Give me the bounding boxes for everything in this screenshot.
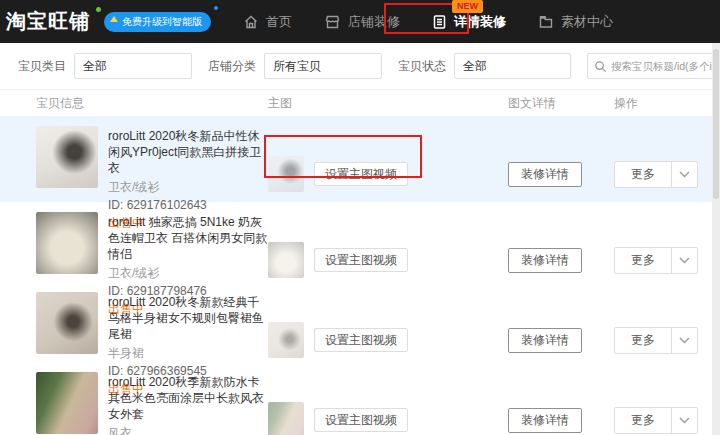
app-logo: 淘宝旺铺 xyxy=(6,8,90,35)
product-thumbnail[interactable] xyxy=(36,126,98,188)
product-thumbnail[interactable] xyxy=(36,372,98,434)
product-category: 卫衣/绒衫 xyxy=(108,265,268,282)
filter-shop-category: 店铺分类 xyxy=(208,53,382,79)
table-header: 宝贝信息 主图 图文详情 操作 xyxy=(0,90,720,116)
status-label: 宝贝状态 xyxy=(398,58,446,75)
status-select[interactable] xyxy=(454,53,571,79)
more-dropdown-toggle[interactable] xyxy=(671,162,697,187)
nav-items: 首页 店铺装修 详情装修 素材中心 xyxy=(243,13,613,31)
category-select[interactable] xyxy=(74,53,192,79)
table-row: roroLitt 2020秋季新款防水卡其色米色亮面涂层中长款风衣女外套 风衣 … xyxy=(0,362,720,435)
home-icon xyxy=(243,14,259,30)
upgrade-badge-label: 免费升级到智能版 xyxy=(122,16,202,27)
upgrade-badge[interactable]: 免费升级到智能版 xyxy=(104,12,211,32)
product-title: roroLitt 独家恶搞 5N1ke 奶灰色连帽卫衣 百搭休闲男女同款情侣 xyxy=(108,214,268,262)
page: 淘宝旺铺 免费升级到智能版 首页 店铺装修 xyxy=(0,0,720,435)
search-box[interactable] xyxy=(587,53,720,79)
more-split-button: 更多 xyxy=(614,161,698,188)
table-row: roroLitt 2020秋冬新品中性休闲风YPr0ject同款黑白拼接卫衣 卫… xyxy=(0,116,720,202)
green-dot-icon xyxy=(96,7,101,12)
filter-status: 宝贝状态 xyxy=(398,53,571,79)
new-badge: NEW xyxy=(452,0,483,13)
nav-item-label: 首页 xyxy=(266,13,292,31)
search-icon xyxy=(594,60,607,73)
header-actions: 操作 xyxy=(614,95,720,112)
table-row: roroLitt 2020秋冬新款经典千鸟格半身裙女不规则包臀裙鱼尾裙 半身裙 … xyxy=(0,282,720,362)
vertical-scrollbar[interactable] xyxy=(712,43,720,435)
nav-item-label: 详情装修 xyxy=(454,13,506,31)
decorate-detail-button[interactable]: 装修详情 xyxy=(508,408,582,433)
more-button[interactable]: 更多 xyxy=(615,408,671,433)
more-split-button: 更多 xyxy=(614,247,698,274)
main-image-thumbnail[interactable] xyxy=(268,402,304,435)
set-main-video-button[interactable]: 设置主图视频 xyxy=(314,408,408,432)
nav-item-detail-decorate[interactable]: 详情装修 xyxy=(432,13,506,31)
product-title: roroLitt 2020秋冬新品中性休闲风YPr0ject同款黑白拼接卫衣 xyxy=(108,128,268,176)
decorate-detail-button[interactable]: 装修详情 xyxy=(508,162,582,187)
nav-item-label: 店铺装修 xyxy=(348,13,400,31)
main-image-thumbnail[interactable] xyxy=(268,156,304,192)
chevron-down-icon xyxy=(679,337,690,344)
arrow-up-icon xyxy=(110,16,118,22)
more-dropdown-toggle[interactable] xyxy=(671,328,697,353)
main-image-cell: 设置主图视频 xyxy=(268,362,508,435)
more-dropdown-toggle[interactable] xyxy=(671,248,697,273)
decorate-detail-button[interactable]: 装修详情 xyxy=(508,248,582,273)
more-button[interactable]: 更多 xyxy=(615,248,671,273)
scrollbar-thumb[interactable] xyxy=(713,49,719,199)
product-category: 半身裙 xyxy=(108,345,268,362)
more-button[interactable]: 更多 xyxy=(615,328,671,353)
main-image-thumbnail[interactable] xyxy=(268,242,304,278)
shop-category-select[interactable] xyxy=(264,53,382,79)
product-info-cell: roroLitt 2020秋季新款防水卡其色米色亮面涂层中长款风衣女外套 风衣 … xyxy=(36,362,268,435)
actions-cell: 更多 xyxy=(614,362,720,435)
product-category: 风衣 xyxy=(108,425,268,435)
product-thumbnail[interactable] xyxy=(36,212,98,274)
chevron-down-icon xyxy=(679,257,690,264)
shop-category-label: 店铺分类 xyxy=(208,58,256,75)
chevron-down-icon xyxy=(679,171,690,178)
header-main-image: 主图 xyxy=(268,95,508,112)
product-title: roroLitt 2020秋季新款防水卡其色米色亮面涂层中长款风衣女外套 xyxy=(108,374,268,422)
more-split-button: 更多 xyxy=(614,327,698,354)
set-main-video-button[interactable]: 设置主图视频 xyxy=(314,248,408,272)
nav-item-home[interactable]: 首页 xyxy=(243,13,292,31)
product-text: roroLitt 2020秋季新款防水卡其色米色亮面涂层中长款风衣女外套 风衣 … xyxy=(108,372,268,435)
header-product-info: 宝贝信息 xyxy=(36,95,268,112)
header-detail: 图文详情 xyxy=(508,95,614,112)
set-main-video-button[interactable]: 设置主图视频 xyxy=(314,328,408,352)
shop-icon xyxy=(324,14,341,30)
table-row: roroLitt 独家恶搞 5N1ke 奶灰色连帽卫衣 百搭休闲男女同款情侣 卫… xyxy=(0,202,720,282)
detail-cell: 装修详情 xyxy=(508,362,614,435)
search-input[interactable] xyxy=(611,60,720,72)
product-thumbnail[interactable] xyxy=(36,292,98,354)
main-image-thumbnail[interactable] xyxy=(268,322,304,358)
detail-page-icon xyxy=(432,14,447,30)
more-split-button: 更多 xyxy=(614,407,698,434)
set-main-video-button[interactable]: 设置主图视频 xyxy=(314,162,408,186)
top-nav: 淘宝旺铺 免费升级到智能版 首页 店铺装修 xyxy=(0,0,720,43)
more-dropdown-toggle[interactable] xyxy=(671,408,697,433)
blue-dot-icon xyxy=(214,6,218,10)
folder-icon xyxy=(538,14,554,30)
nav-item-shop-decorate[interactable]: 店铺装修 xyxy=(324,13,400,31)
product-title: roroLitt 2020秋冬新款经典千鸟格半身裙女不规则包臀裙鱼尾裙 xyxy=(108,294,268,342)
filter-bar: 宝贝类目 店铺分类 宝贝状态 xyxy=(0,43,720,90)
decorate-detail-button[interactable]: 装修详情 xyxy=(508,328,582,353)
nav-item-material-center[interactable]: 素材中心 xyxy=(538,13,613,31)
chevron-down-icon xyxy=(679,417,690,424)
filter-category: 宝贝类目 xyxy=(18,53,192,79)
product-category: 卫衣/绒衫 xyxy=(108,179,268,196)
category-label: 宝贝类目 xyxy=(18,58,66,75)
nav-item-label: 素材中心 xyxy=(561,13,613,31)
more-button[interactable]: 更多 xyxy=(615,162,671,187)
